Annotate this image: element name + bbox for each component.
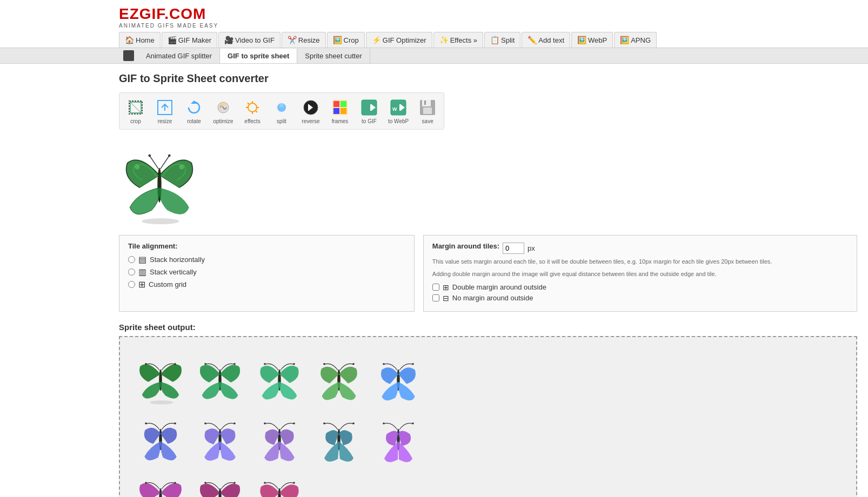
nav-apng[interactable]: 🖼️ APNG xyxy=(614,32,657,48)
nav-home-label: Home xyxy=(136,36,155,44)
effects-tool-btn[interactable]: effects xyxy=(238,95,266,127)
stack-vertical-label: Stack vertically xyxy=(150,268,197,276)
sprite-cell xyxy=(190,348,250,407)
svg-point-54 xyxy=(352,363,355,365)
stack-vertical-option[interactable]: ▥ Stack vertically xyxy=(128,267,405,277)
logo-text: EZGIF.COM xyxy=(119,5,206,22)
crop-tool-label: crop xyxy=(130,118,141,124)
svg-rect-20 xyxy=(340,101,346,107)
svg-point-77 xyxy=(204,482,206,484)
nav-effects[interactable]: ✨ Effects » xyxy=(433,32,483,48)
resize-tool-btn[interactable]: resize xyxy=(151,95,179,127)
sprite-output-section: Sprite sheet output: xyxy=(119,323,857,497)
svg-point-57 xyxy=(412,363,414,365)
custom-grid-option[interactable]: ⊞ Custom grid xyxy=(128,279,405,290)
tile-alignment-title: Tile alignment: xyxy=(128,242,405,250)
svg-point-81 xyxy=(293,482,295,484)
svg-line-1 xyxy=(129,101,142,114)
nav-gif-maker[interactable]: 🎬 GIF Maker xyxy=(162,32,217,48)
save-tool-btn[interactable]: save xyxy=(413,95,442,127)
effects-tool-icon xyxy=(243,98,262,117)
sprite-cell xyxy=(250,348,309,407)
split-tool-btn[interactable]: split xyxy=(268,95,296,127)
svg-point-50 xyxy=(264,363,266,365)
resize-tool-icon xyxy=(155,98,175,117)
nav-video-to-gif[interactable]: 🎥 Video to GIF xyxy=(218,32,281,48)
nav-split-label: Split xyxy=(501,36,515,44)
svg-rect-31 xyxy=(422,100,431,106)
optimize-tool-icon xyxy=(213,98,233,117)
svg-point-66 xyxy=(293,422,295,425)
double-margin-checkbox[interactable] xyxy=(432,284,439,291)
margin-input[interactable] xyxy=(503,243,524,254)
double-margin-label: Double margin around outside xyxy=(452,283,546,291)
nav-webp[interactable]: 🖼️ WebP xyxy=(571,32,613,48)
svg-point-47 xyxy=(204,363,206,365)
sprite-cell xyxy=(190,407,250,467)
stack-horizontal-radio[interactable] xyxy=(128,256,135,263)
logo: EZGIF.COM ANIMATED GIFS MADE EASY xyxy=(119,5,857,29)
stack-horizontal-option[interactable]: ▤ Stack horizontally xyxy=(128,254,405,265)
to-webp-tool-btn[interactable]: W to WebP xyxy=(384,95,412,127)
nav-apng-label: APNG xyxy=(631,36,651,44)
main-nav: 🏠 Home 🎬 GIF Maker 🎥 Video to GIF ✂️ Res… xyxy=(119,32,857,48)
nav-split[interactable]: 📋 Split xyxy=(484,32,520,48)
nav-home[interactable]: 🏠 Home xyxy=(119,32,161,48)
nav-resize[interactable]: ✂️ Resize xyxy=(282,32,326,48)
svg-rect-22 xyxy=(340,108,346,114)
svg-point-65 xyxy=(264,422,266,425)
no-margin-icon: ⊟ xyxy=(443,294,449,303)
svg-point-56 xyxy=(383,363,385,365)
sprite-cell xyxy=(131,407,190,467)
svg-point-40 xyxy=(168,155,171,157)
svg-point-59 xyxy=(145,422,147,425)
margin-title: Margin around tiles: xyxy=(432,242,499,250)
stack-vertical-radio[interactable] xyxy=(128,268,135,276)
sub-nav: Animated GIF splitter GIF to sprite shee… xyxy=(0,48,868,64)
to-webp-tool-label: to WebP xyxy=(388,118,409,124)
svg-point-48 xyxy=(233,363,236,365)
svg-point-80 xyxy=(264,482,266,484)
svg-point-60 xyxy=(174,422,176,425)
resize-icon: ✂️ xyxy=(288,36,297,44)
video-icon: 🎥 xyxy=(224,36,233,44)
sprite-cell xyxy=(369,348,428,407)
sub-nav-icon xyxy=(123,50,134,61)
sub-nav-gif-splitter-label: Animated GIF splitter xyxy=(146,52,212,60)
nav-crop[interactable]: 🖼️ Crop xyxy=(327,32,365,48)
to-gif-tool-label: to GIF xyxy=(362,118,377,124)
sub-nav-gif-to-sprite[interactable]: GIF to sprite sheet xyxy=(220,49,297,63)
effects-tool-label: effects xyxy=(244,118,260,124)
rotate-tool-btn[interactable]: rotate xyxy=(180,95,208,127)
svg-point-74 xyxy=(145,482,147,484)
nav-gif-optimizer[interactable]: ⚡ GIF Optimizer xyxy=(366,32,432,48)
nav-add-text[interactable]: ✏️ Add text xyxy=(522,32,570,48)
svg-point-35 xyxy=(135,164,139,169)
custom-grid-radio[interactable] xyxy=(128,281,135,288)
optimize-tool-btn[interactable]: optimize xyxy=(209,95,237,127)
split-tool-icon xyxy=(272,98,291,117)
no-margin-option[interactable]: ⊟ No margin around outside xyxy=(432,294,848,303)
crop-tool-btn[interactable]: crop xyxy=(122,95,150,127)
to-gif-tool-btn[interactable]: to GIF xyxy=(355,95,383,127)
no-margin-checkbox[interactable] xyxy=(432,294,439,301)
save-tool-label: save xyxy=(422,118,433,124)
svg-point-62 xyxy=(204,422,206,425)
svg-point-44 xyxy=(174,363,176,365)
to-webp-tool-icon: W xyxy=(389,98,408,117)
stack-horizontal-label: Stack horizontally xyxy=(150,256,205,264)
sub-nav-sprite-cutter[interactable]: Sprite sheet cutter xyxy=(297,49,370,63)
custom-grid-icon: ⊞ xyxy=(138,279,145,290)
reverse-tool-btn[interactable]: reverse xyxy=(297,95,325,127)
optimizer-icon: ⚡ xyxy=(372,36,381,44)
svg-rect-28 xyxy=(399,104,401,111)
custom-grid-label: Custom grid xyxy=(149,280,186,288)
sprite-cell xyxy=(131,467,190,497)
logo-tagline: ANIMATED GIFS MADE EASY xyxy=(119,23,857,29)
sub-nav-gif-splitter[interactable]: Animated GIF splitter xyxy=(138,49,220,63)
margin-options-panel: Margin around tiles: px This value sets … xyxy=(423,235,857,312)
double-margin-option[interactable]: ⊞ Double margin around outside xyxy=(432,283,848,292)
svg-point-36 xyxy=(179,164,184,169)
webp-icon: 🖼️ xyxy=(577,36,586,44)
frames-tool-btn[interactable]: frames xyxy=(326,95,354,127)
